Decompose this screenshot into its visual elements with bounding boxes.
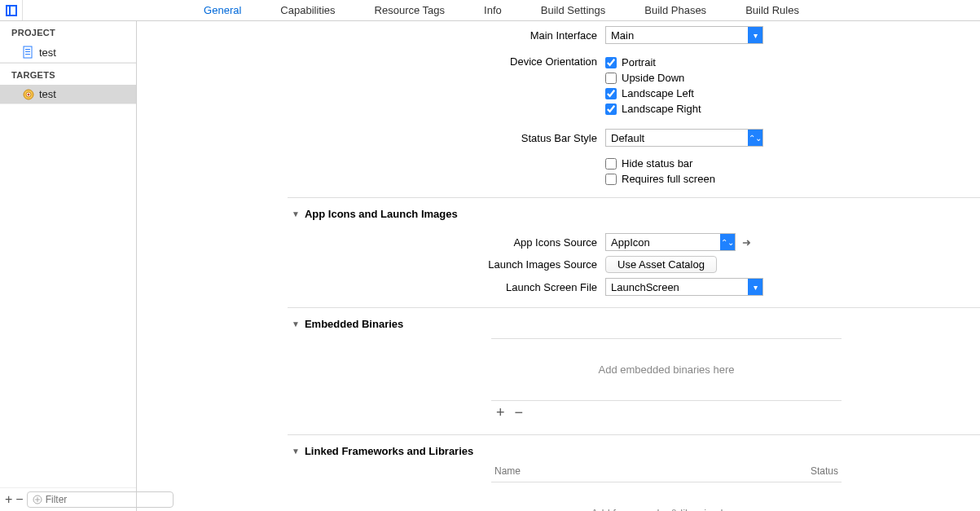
app-icons-section-header[interactable]: ▼ App Icons and Launch Images — [137, 208, 980, 220]
chevron-updown-icon: ⌃⌄ — [720, 234, 735, 250]
launch-screen-file-dropdown[interactable]: LaunchScreen ▾ — [605, 278, 763, 296]
sidebar-project-header: PROJECT — [0, 21, 136, 42]
tab-build-rules[interactable]: Build Rules — [745, 4, 799, 16]
svg-rect-0 — [7, 6, 16, 15]
sidebar-targets-header: TARGETS — [0, 64, 136, 85]
tab-general[interactable]: General — [204, 4, 241, 16]
tab-capabilities[interactable]: Capabilities — [280, 4, 335, 16]
device-orientation-label: Device Orientation — [137, 55, 605, 68]
sidebar-item-label: test — [39, 46, 56, 59]
column-status-header: Status — [811, 465, 838, 477]
chevron-updown-icon: ⌃⌄ — [748, 130, 762, 146]
use-asset-catalog-button[interactable]: Use Asset Catalog — [605, 256, 717, 273]
tab-build-settings[interactable]: Build Settings — [541, 4, 606, 16]
sidebar-item-label: test — [39, 88, 56, 100]
go-to-source-button[interactable]: ➜ — [740, 236, 752, 248]
content-area: Main Interface Main ▾ Device Orientation… — [137, 21, 980, 511]
remove-embedded-button[interactable]: − — [510, 404, 529, 421]
svg-rect-3 — [25, 49, 30, 50]
launch-images-source-label: Launch Images Source — [137, 258, 605, 271]
project-outline-icon[interactable] — [0, 0, 23, 20]
tab-resource-tags[interactable]: Resource Tags — [375, 4, 445, 16]
sidebar-target-item[interactable]: test — [0, 85, 136, 104]
main-interface-dropdown[interactable]: Main ▾ — [605, 26, 763, 44]
main-interface-label: Main Interface — [137, 29, 605, 42]
editor-tabbar: General Capabilities Resource Tags Info … — [0, 0, 980, 21]
disclosure-triangle-icon: ▼ — [292, 447, 300, 456]
embedded-binaries-section-header[interactable]: ▼ Embedded Binaries — [137, 318, 980, 330]
disclosure-triangle-icon: ▼ — [292, 319, 300, 328]
svg-rect-5 — [25, 54, 30, 55]
upside-down-checkbox[interactable]: Upside Down — [605, 71, 684, 85]
tab-info[interactable]: Info — [484, 4, 502, 16]
add-embedded-button[interactable]: + — [491, 404, 510, 421]
remove-target-button[interactable]: − — [15, 492, 23, 507]
column-name-header: Name — [494, 465, 811, 477]
status-bar-style-dropdown[interactable]: Default ⌃⌄ — [605, 129, 763, 147]
sidebar-project-item[interactable]: test — [0, 42, 136, 63]
linked-frameworks-placeholder: Add frameworks & libraries here — [491, 507, 842, 511]
disclosure-triangle-icon: ▼ — [292, 209, 300, 218]
landscape-left-checkbox[interactable]: Landscape Left — [605, 86, 694, 100]
chevron-down-icon: ▾ — [748, 279, 762, 295]
app-icons-source-label: App Icons Source — [137, 236, 605, 249]
status-bar-style-label: Status Bar Style — [137, 132, 605, 144]
document-icon — [23, 46, 34, 59]
svg-rect-4 — [25, 51, 30, 52]
linked-frameworks-section-header[interactable]: ▼ Linked Frameworks and Libraries — [137, 445, 980, 457]
embedded-binaries-placeholder: Add embedded binaries here — [491, 363, 842, 400]
sidebar-footer: + − — [0, 487, 136, 511]
target-icon — [23, 89, 34, 100]
chevron-down-icon: ▾ — [748, 27, 762, 43]
svg-point-8 — [28, 93, 30, 95]
tab-build-phases[interactable]: Build Phases — [644, 4, 706, 16]
launch-screen-file-label: Launch Screen File — [137, 281, 605, 293]
svg-rect-1 — [7, 6, 10, 15]
portrait-checkbox[interactable]: Portrait — [605, 55, 656, 69]
add-target-button[interactable]: + — [5, 492, 12, 507]
filter-icon — [33, 495, 42, 504]
landscape-right-checkbox[interactable]: Landscape Right — [605, 102, 701, 116]
app-icons-source-dropdown[interactable]: AppIcon ⌃⌄ — [605, 233, 736, 251]
project-sidebar: PROJECT test TARGETS test + − — [0, 21, 137, 511]
requires-full-screen-checkbox[interactable]: Requires full screen — [605, 172, 715, 186]
hide-status-bar-checkbox[interactable]: Hide status bar — [605, 156, 692, 170]
